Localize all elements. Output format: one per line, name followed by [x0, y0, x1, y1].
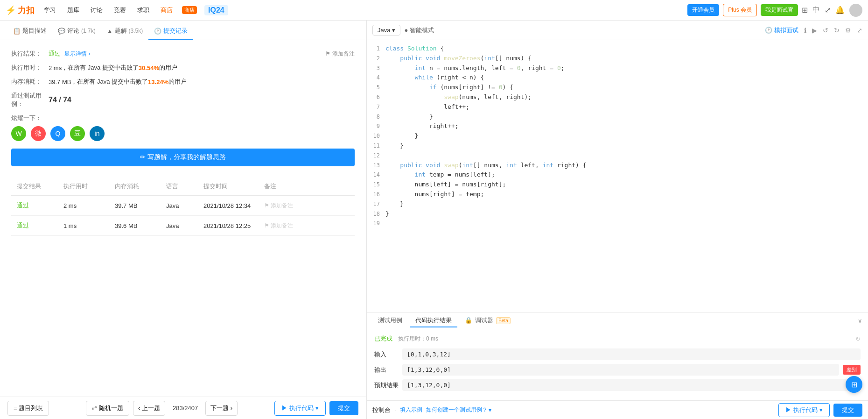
- line-content: }: [385, 209, 864, 219]
- next-btn[interactable]: 下一题 ›: [205, 401, 238, 416]
- fill-example-btn[interactable]: 填入示例: [400, 406, 422, 414]
- nav-store[interactable]: 商店: [159, 6, 175, 14]
- btab-testcase[interactable]: 测试用例: [372, 314, 408, 327]
- refresh-icon[interactable]: ↻: [855, 335, 861, 342]
- info-icon[interactable]: ℹ: [804, 27, 806, 34]
- nav-problems[interactable]: 题库: [65, 6, 81, 14]
- bottom-right: ▶ 执行代码 ▾ 提交: [274, 401, 358, 416]
- add-note-top-btn[interactable]: ⚑ 添加备注: [325, 50, 355, 58]
- clock-icon-editor: 🕐: [765, 27, 772, 34]
- nav-contest[interactable]: 竞赛: [112, 6, 128, 14]
- editor-tools-right: 🕐 模拟面试 ℹ ▶ ↺ ↻ ⚙ ⤢: [765, 26, 862, 35]
- tab-comments[interactable]: 💬 评论 (1.7k): [52, 23, 101, 40]
- token: n = nums.length, left =: [429, 64, 517, 71]
- run-code-btn[interactable]: ▶ 执行代码 ▾: [274, 401, 326, 416]
- lang-switch[interactable]: 中: [812, 5, 820, 15]
- token: [385, 55, 400, 62]
- token: [385, 171, 415, 178]
- undo-icon[interactable]: ↺: [823, 27, 828, 34]
- code-line: 6 swap(nums, left, right);: [367, 92, 868, 102]
- nav-job[interactable]: 求职: [135, 6, 151, 14]
- layout-icon[interactable]: ⊞: [802, 6, 808, 14]
- how-create-btn[interactable]: 如何创建一个测试用例？ ▾: [426, 406, 491, 414]
- line-number: 18: [371, 209, 385, 219]
- share-label: 炫耀一下：: [11, 114, 355, 122]
- line-content: nums[right] = temp;: [385, 190, 864, 199]
- right-panel: Java ▾ ● 智能模式 🕐 模拟面试 ℹ ▶ ↺ ↻ ⚙ ⤢: [367, 21, 868, 419]
- tab-submissions[interactable]: 🕐 提交记录: [148, 23, 193, 40]
- time-suffix: 的用户: [159, 64, 177, 72]
- smart-mode-toggle[interactable]: ● 智能模式: [404, 26, 434, 35]
- collapse-btn[interactable]: ∨: [858, 317, 862, 324]
- token: temp = nums[left];: [429, 171, 495, 178]
- run-code-bottom-btn[interactable]: ▶ 执行代码 ▾: [778, 403, 830, 417]
- diff-btn[interactable]: 差别: [843, 365, 861, 375]
- fullscreen-icon[interactable]: ⤢: [857, 27, 862, 34]
- row2-lang: Java: [166, 222, 203, 229]
- weibo-icon[interactable]: 微: [31, 126, 46, 141]
- code-line: 9 right++;: [367, 121, 868, 131]
- avatar[interactable]: [849, 4, 862, 17]
- time-value: 2 ms: [49, 64, 62, 71]
- logo[interactable]: ⚡ 力扣: [6, 5, 35, 16]
- nav-discuss[interactable]: 讨论: [89, 6, 105, 14]
- tab-solutions[interactable]: ▲ 题解 (3.5k): [101, 23, 149, 40]
- expand-icon[interactable]: ⤢: [825, 6, 831, 14]
- btab-debugger[interactable]: 🔒 调试器 Beta: [459, 314, 516, 327]
- token: {: [440, 45, 444, 52]
- code-line: 5 if (nums[right] != 0) {: [367, 83, 868, 92]
- input-label: 输入: [374, 350, 402, 359]
- btn-plus[interactable]: Plus 会员: [723, 4, 757, 16]
- wechat-icon[interactable]: W: [11, 126, 26, 141]
- table-header: 提交结果 执行用时 内存消耗 语言 提交时间 备注: [11, 178, 355, 196]
- random-btn[interactable]: ⇄ 随机一题: [86, 401, 129, 416]
- line-number: 13: [371, 161, 385, 170]
- btab-result[interactable]: 代码执行结果: [410, 314, 457, 327]
- line-number: 14: [371, 170, 385, 179]
- row1-note: ⚑ 添加备注: [264, 202, 349, 210]
- token: }: [385, 113, 433, 120]
- redo-icon[interactable]: ↻: [834, 27, 840, 34]
- btn-membership[interactable]: 开通会员: [687, 4, 719, 16]
- lang-selector[interactable]: Java ▾: [372, 25, 400, 36]
- java-label: Java: [378, 27, 390, 34]
- linkedin-icon[interactable]: in: [90, 126, 105, 141]
- submit-btn[interactable]: 提交: [329, 401, 358, 415]
- social-icons: W 微 Q 豆 in: [11, 126, 355, 141]
- prev-btn[interactable]: ‹ 上一题: [133, 401, 165, 416]
- run-icon[interactable]: ▶: [812, 27, 817, 34]
- qq-icon[interactable]: Q: [50, 126, 65, 141]
- token: left,: [521, 162, 543, 169]
- fab-btn[interactable]: ⊞: [846, 376, 862, 393]
- line-content: if (nums[right] != 0) {: [385, 83, 864, 92]
- iq24-badge: IQ24: [204, 5, 228, 15]
- tab-description[interactable]: 📋 题目描述: [7, 23, 52, 40]
- line-content: [385, 151, 864, 161]
- code-editor[interactable]: 1class Solution {2 public void moveZeroe…: [367, 40, 868, 312]
- simulate-interview-btn[interactable]: 🕐 模拟面试: [765, 26, 798, 35]
- memory-desc: ，在所有 Java 提交中击败了: [71, 78, 148, 86]
- token: }: [385, 132, 418, 139]
- token: }: [385, 210, 389, 217]
- submit-bottom-btn[interactable]: 提交: [833, 404, 862, 417]
- btn-interview[interactable]: 我是面试官: [761, 4, 798, 16]
- show-detail-btn[interactable]: 显示详情 ›: [64, 50, 90, 58]
- problem-list-btn[interactable]: ≡ 题目列表: [7, 401, 49, 416]
- write-solution-btn[interactable]: ✏ 写题解，分享我的解题思路: [11, 149, 355, 166]
- row1-result-link[interactable]: 通过: [17, 202, 29, 209]
- row2-memory: 39.6 MB: [115, 222, 166, 229]
- row2-note: ⚑ 添加备注: [264, 222, 349, 230]
- header-lang: 语言: [166, 182, 203, 191]
- memory-suffix: 的用户: [168, 78, 187, 86]
- settings-icon[interactable]: ⚙: [845, 27, 851, 34]
- memory-value: 39.7 MB: [49, 78, 71, 85]
- row2-add-note-btn[interactable]: ⚑ 添加备注: [264, 222, 349, 230]
- bell-icon[interactable]: 🔔: [835, 6, 845, 14]
- douban-icon[interactable]: 豆: [70, 126, 85, 141]
- row1-add-note-btn[interactable]: ⚑ 添加备注: [264, 202, 349, 210]
- line-content: class Solution {: [385, 44, 864, 54]
- nav-learn[interactable]: 学习: [42, 6, 58, 14]
- token: public void: [400, 55, 444, 62]
- row2-result-link[interactable]: 通过: [17, 222, 29, 229]
- main-layout: 📋 题目描述 💬 评论 (1.7k) ▲ 题解 (3.5k) 🕐 提交记录: [0, 21, 868, 419]
